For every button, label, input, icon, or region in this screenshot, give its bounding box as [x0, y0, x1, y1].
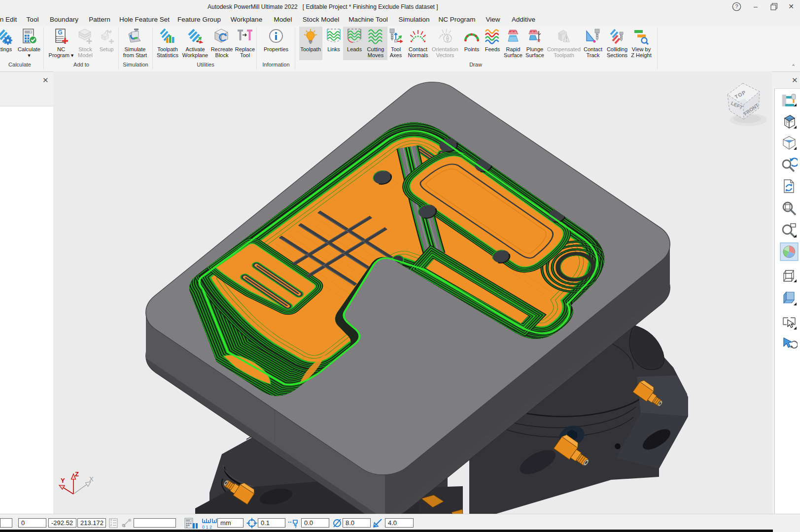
svg-text:Z: Z	[75, 470, 79, 478]
svg-text:Y: Y	[61, 477, 65, 484]
svg-text:X: X	[89, 475, 94, 483]
svg-text:G: G	[58, 29, 62, 36]
svg-text:0 1 2: 0 1 2	[202, 525, 212, 530]
svg-text:Z: Z	[110, 524, 112, 527]
svg-text:?: ?	[735, 3, 738, 9]
